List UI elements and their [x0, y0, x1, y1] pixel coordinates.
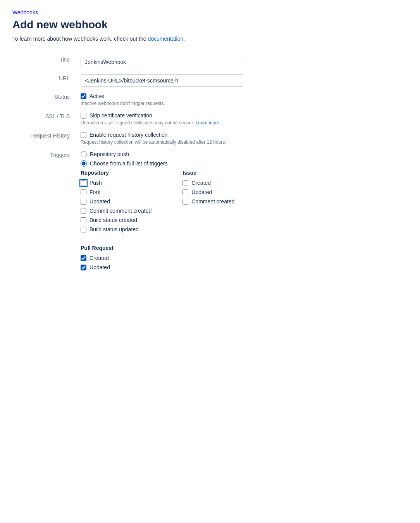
repo-build-status-updated-label: Build status updated [90, 226, 139, 232]
status-active-row: Active [81, 93, 403, 99]
history-checkbox[interactable] [81, 132, 86, 138]
page-title: Add new webhook [12, 19, 408, 31]
ssl-label: SSL / TLS [12, 109, 74, 129]
trigger-full-list-radio[interactable] [81, 160, 87, 167]
breadcrumb-link[interactable]: Webhooks [12, 9, 38, 15]
repo-build-status-created-item: Build status created [81, 217, 151, 223]
title-label: Title [12, 53, 74, 71]
history-checkbox-label: Enable request history collection [90, 132, 168, 138]
ssl-checkbox-label: Skip certificate verification [90, 112, 152, 119]
issue-updated-item: Updated [182, 189, 234, 195]
ssl-learn-more-link[interactable]: Learn more [196, 120, 219, 126]
pr-created-label: Created [90, 255, 109, 261]
issue-heading: Issue [182, 170, 234, 176]
status-hint: Inactive webhooks don't trigger requests… [81, 101, 403, 106]
issue-created-checkbox[interactable] [182, 180, 188, 186]
ssl-hint-prefix: Untrusted or self-signed certificates ma… [81, 120, 196, 126]
ssl-checkbox[interactable] [81, 113, 86, 119]
repo-updated-checkbox[interactable] [81, 199, 86, 205]
ssl-field: Skip certificate verification Untrusted … [74, 109, 408, 129]
history-field: Enable request history collection Reques… [74, 129, 408, 148]
status-field: Active Inactive webhooks don't trigger r… [74, 90, 408, 109]
issue-updated-checkbox[interactable] [182, 189, 188, 195]
repo-commit-comment-checkbox[interactable] [81, 208, 86, 214]
repo-build-status-created-checkbox[interactable] [81, 217, 86, 223]
url-label: URL [12, 71, 74, 90]
url-field [74, 71, 408, 90]
repo-push-item: Push [81, 180, 151, 186]
history-checkbox-row: Enable request history collection [81, 132, 403, 138]
documentation-link[interactable]: documentation [148, 36, 183, 42]
description-prefix: To learn more about how webhooks work, c… [12, 36, 148, 42]
repo-updated-label: Updated [90, 198, 110, 205]
repo-updated-item: Updated [81, 198, 151, 205]
title-row: Title [12, 53, 408, 71]
repo-push-checkbox[interactable] [81, 180, 86, 186]
title-input[interactable] [81, 56, 243, 68]
repo-commit-comment-item: Commit comment created [81, 208, 151, 214]
title-field [74, 53, 408, 71]
status-row: Status Active Inactive webhooks don't tr… [12, 90, 408, 109]
issue-updated-label: Updated [191, 189, 212, 195]
issue-group: Issue Created Updated Comment created [182, 170, 234, 236]
repo-build-status-updated-item: Build status updated [81, 226, 151, 232]
repo-fork-checkbox[interactable] [81, 189, 86, 195]
repository-group: Repository Push Fork Updated [81, 170, 151, 236]
pr-created-checkbox[interactable] [81, 255, 86, 261]
pr-updated-checkbox[interactable] [81, 265, 86, 270]
history-label: Request History [12, 129, 74, 148]
url-row: URL [12, 71, 408, 90]
repo-push-label: Push [90, 180, 102, 186]
pull-request-heading: Pull Request [81, 245, 403, 251]
page-description: To learn more about how webhooks work, c… [12, 36, 408, 42]
trigger-full-list-row: Choose from a full list of triggers [81, 160, 403, 167]
status-active-checkbox[interactable] [81, 93, 86, 99]
ssl-checkbox-row: Skip certificate verification [81, 112, 403, 119]
trigger-full-list-label: Choose from a full list of triggers [90, 160, 168, 167]
ssl-hint: Untrusted or self-signed certificates ma… [81, 120, 403, 126]
issue-created-label: Created [191, 180, 211, 186]
history-row: Request History Enable request history c… [12, 129, 408, 148]
webhook-form: Title URL Status Active Inactive webhook… [12, 53, 408, 277]
url-input[interactable] [81, 74, 243, 87]
triggers-field: Repository push Choose from a full list … [74, 148, 408, 277]
description-suffix: . [183, 36, 185, 42]
triggers-columns: Repository Push Fork Updated [81, 170, 403, 236]
repo-fork-item: Fork [81, 189, 151, 195]
ssl-row: SSL / TLS Skip certificate verification … [12, 109, 408, 129]
repository-heading: Repository [81, 170, 151, 176]
triggers-row: Triggers Repository push Choose from a f… [12, 148, 408, 277]
repo-commit-comment-label: Commit comment created [90, 208, 151, 214]
history-hint: Request history collection will be autom… [81, 139, 403, 145]
issue-created-item: Created [182, 180, 234, 186]
repo-fork-label: Fork [90, 189, 100, 195]
issue-comment-created-checkbox[interactable] [182, 199, 188, 205]
triggers-label: Triggers [12, 148, 74, 277]
trigger-repo-push-label: Repository push [90, 151, 129, 157]
status-label: Status [12, 90, 74, 109]
pull-request-section: Pull Request Created Updated [81, 245, 403, 270]
repo-build-status-created-label: Build status created [90, 217, 137, 223]
status-active-label: Active [90, 93, 104, 99]
pr-created-item: Created [81, 255, 403, 261]
repo-build-status-updated-checkbox[interactable] [81, 227, 86, 232]
trigger-repo-push-row: Repository push [81, 151, 403, 157]
pr-updated-item: Updated [81, 264, 403, 270]
trigger-repo-push-radio[interactable] [81, 151, 87, 157]
issue-comment-created-label: Comment created [191, 198, 234, 205]
issue-comment-created-item: Comment created [182, 198, 234, 205]
breadcrumb[interactable]: Webhooks [12, 9, 408, 15]
pr-updated-label: Updated [90, 264, 110, 270]
